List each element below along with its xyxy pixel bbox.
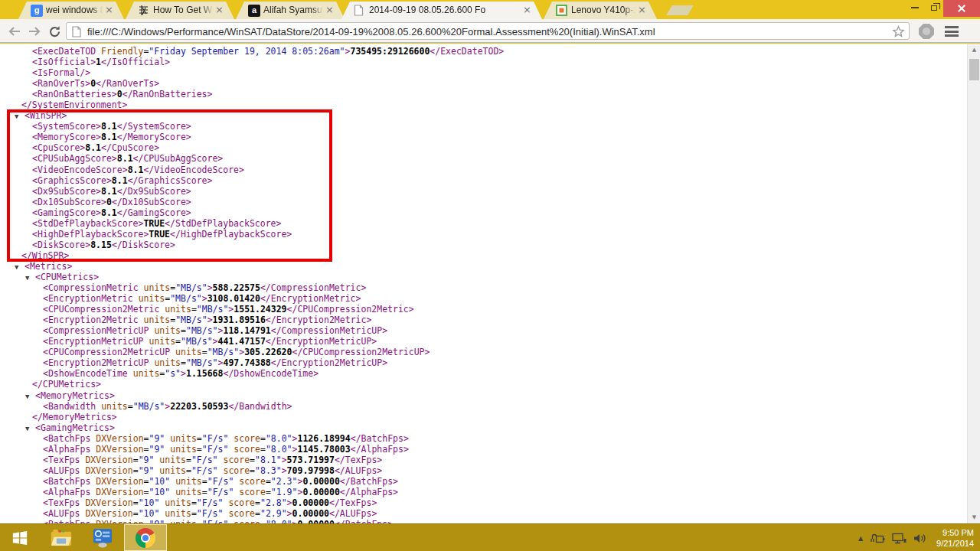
chrome-menu-button[interactable] [945,26,959,37]
close-window-button[interactable] [943,0,980,17]
collapse-arrow-icon[interactable]: ▼ [15,262,18,272]
xml-line: <ALUFps DXVersion="9" units="F/s" score=… [0,465,967,476]
control-panel-button[interactable] [84,524,121,551]
xml-token: units [144,282,171,293]
xml-line: </SystemEnvironment> [0,99,967,110]
xml-token: 709.97998 [287,465,335,476]
xml-line: <CPUSubAggScore>8.1</CPUSubAggScore> [0,153,967,164]
xml-token: </StdDefPlaybackScore> [165,218,281,229]
xml-line: <GamingScore>8.1</GamingScore> [0,207,967,218]
back-arrow-icon [8,26,21,37]
cjk-glyph-favicon [138,5,150,17]
file-explorer-button[interactable] [43,524,80,551]
xml-token: "2.9" [260,508,287,519]
scroll-down-icon[interactable]: ▼ [968,511,980,523]
xml-token: 8.1 [101,207,117,218]
xml-token: "2.3" [271,476,298,487]
xml-token: = [191,497,197,508]
xml-token: = [181,357,186,368]
xml-line: <IsOfficial>1</IsOfficial> [0,57,967,67]
speaker-icon[interactable] [913,533,926,544]
xml-token: > [207,282,213,293]
battery-icon[interactable] [870,533,885,544]
xml-token: </Dx10SubScore> [112,197,191,207]
tab-close-icon[interactable]: × [214,5,225,16]
xml-token: "Friday September 19, 2014 8:05:26am" [149,46,345,57]
xml-line: ▼<GamingMetrics> [0,422,967,433]
bookmark-star-icon[interactable] [892,25,905,41]
minimize-button[interactable] [905,0,924,15]
xml-token: units [175,487,202,497]
xml-token: 573.71997 [287,455,335,465]
xml-token: = [144,487,149,497]
tab-close-icon[interactable]: × [103,5,115,16]
reload-icon [48,25,61,38]
tab-close-icon[interactable]: × [521,5,533,16]
xml-token: "F/s" [202,433,229,444]
new-tab-button[interactable] [666,5,694,15]
scrollbar-thumb[interactable] [969,59,979,80]
xml-token: 0.00000 [292,508,329,519]
restore-button[interactable] [924,0,943,15]
xml-token: <WinSPR> [24,110,67,121]
chrome-taskbar-button[interactable] [124,524,167,551]
xml-token: = [202,476,207,487]
xml-line: </WinSPR> [0,250,967,261]
xml-token: 735495:29126600 [350,46,430,57]
collapse-arrow-icon[interactable]: ▼ [15,111,18,122]
xml-token: </RanOnBatteries> [122,89,213,99]
xml-token: </IsOfficial> [101,57,170,67]
xml-token: DXVersion [85,455,132,465]
xml-token: = [186,455,191,465]
collapse-arrow-icon[interactable]: ▼ [25,391,29,402]
xml-token: </HighDefPlaybackScore> [170,229,292,240]
xml-token: <Dx9SubScore> [32,186,101,197]
browser-tab[interactable]: aAlifah Syamsul | ask.fm/al× [236,2,345,19]
xml-line: <Dx9SubScore>8.1</Dx9SubScore> [0,186,967,197]
xml-token: 0.00000 [302,487,339,497]
xml-token: <ExecDateTOD [32,46,101,57]
taskbar-clock[interactable]: 9:50 PM 9/21/2014 [933,527,974,549]
xml-token: <AlphaFps [43,444,96,455]
vertical-scrollbar[interactable]: ▲ ▼ [967,44,980,523]
tab-title: 2014-09-19 08.05.26.600 Fo [369,5,521,15]
start-button[interactable] [3,524,37,551]
show-hidden-icons-button[interactable]: ▲ [858,535,863,542]
xml-line: </MemoryMetrics> [0,412,967,422]
tab-close-icon[interactable]: × [636,5,648,16]
tab-close-icon[interactable]: × [324,5,335,16]
collapse-arrow-icon[interactable]: ▼ [25,423,29,434]
file-explorer-icon [51,529,72,547]
network-icon[interactable] [892,533,906,544]
xml-token: <Encryption2MetricUP [43,357,154,368]
browser-tab[interactable]: gwei windows 8.1 - Google× [18,2,124,19]
reload-button[interactable] [46,23,63,40]
browser-tab[interactable]: 2014-09-19 08.05.26.600 Fo× [341,2,542,19]
xml-token: = [181,325,186,336]
xml-token: "F/s" [202,444,229,455]
scroll-up-icon[interactable]: ▲ [968,44,980,56]
xml-line: ▼<WinSPR> [0,110,967,121]
browser-tab[interactable]: Lenovo Y410p-1919, Y510p× [544,2,657,19]
back-button[interactable] [6,23,23,40]
xml-token: 0.00000 [292,497,329,508]
xml-token: <DshowEncodeTime [43,368,133,379]
xml-line: <StdDefPlaybackScore>TRUE</StdDefPlaybac… [0,218,967,229]
xml-token: units [101,401,128,412]
forward-button[interactable] [26,23,43,40]
xml-token: DXVersion [85,497,132,508]
xml-token: 441.47157 [218,336,266,347]
xml-token: 8.1 [128,165,144,175]
xml-token: </MemoryScore> [117,132,191,142]
xml-token: = [260,433,266,444]
xml-token: "9" [149,433,165,444]
xml-token: <IsOfficial> [32,57,96,67]
xml-token: </DshowEncodeTime> [223,368,318,379]
xml-token: DXVersion [96,444,143,455]
address-bar[interactable]: file:///C:/Windows/Performance/WinSAT/Da… [66,22,910,40]
xml-token: <BatchFps [43,476,96,487]
xml-token: <ALUFps [43,465,85,476]
handstop-extension-icon[interactable] [919,24,934,39]
browser-tab[interactable]: How To Get Windows Exp× [126,2,234,19]
collapse-arrow-icon[interactable]: ▼ [25,272,29,283]
